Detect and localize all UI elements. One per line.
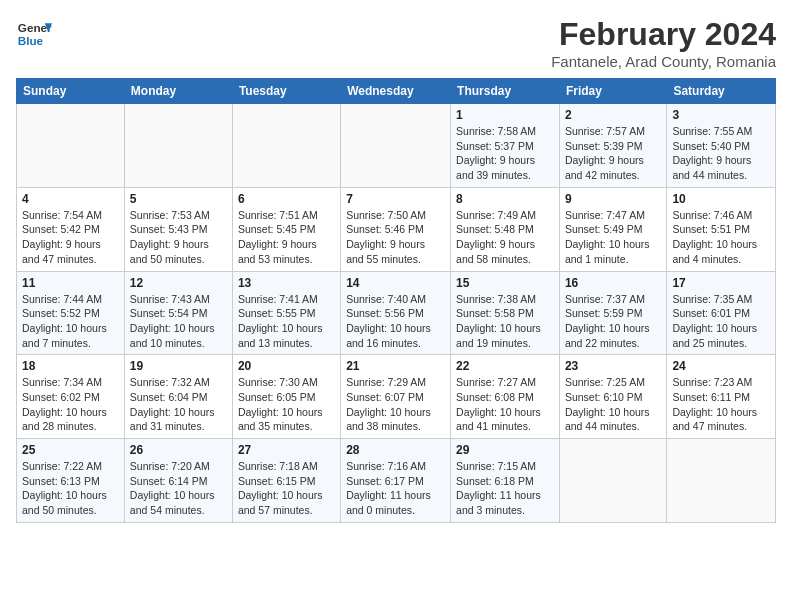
day-info: Sunrise: 7:58 AM Sunset: 5:37 PM Dayligh… [456, 124, 554, 183]
day-number: 6 [238, 192, 335, 206]
calendar-cell: 17Sunrise: 7:35 AM Sunset: 6:01 PM Dayli… [667, 271, 776, 355]
day-number: 3 [672, 108, 770, 122]
day-number: 10 [672, 192, 770, 206]
calendar-cell: 18Sunrise: 7:34 AM Sunset: 6:02 PM Dayli… [17, 355, 125, 439]
day-info: Sunrise: 7:46 AM Sunset: 5:51 PM Dayligh… [672, 208, 770, 267]
calendar-cell: 23Sunrise: 7:25 AM Sunset: 6:10 PM Dayli… [559, 355, 666, 439]
logo: General Blue [16, 16, 52, 52]
day-info: Sunrise: 7:29 AM Sunset: 6:07 PM Dayligh… [346, 375, 445, 434]
calendar-cell: 1Sunrise: 7:58 AM Sunset: 5:37 PM Daylig… [451, 104, 560, 188]
day-number: 20 [238, 359, 335, 373]
day-info: Sunrise: 7:51 AM Sunset: 5:45 PM Dayligh… [238, 208, 335, 267]
day-info: Sunrise: 7:37 AM Sunset: 5:59 PM Dayligh… [565, 292, 661, 351]
day-info: Sunrise: 7:30 AM Sunset: 6:05 PM Dayligh… [238, 375, 335, 434]
day-number: 9 [565, 192, 661, 206]
day-number: 14 [346, 276, 445, 290]
day-info: Sunrise: 7:34 AM Sunset: 6:02 PM Dayligh… [22, 375, 119, 434]
header: General Blue February 2024 Fantanele, Ar… [16, 16, 776, 70]
day-number: 8 [456, 192, 554, 206]
calendar-cell: 8Sunrise: 7:49 AM Sunset: 5:48 PM Daylig… [451, 187, 560, 271]
day-number: 15 [456, 276, 554, 290]
calendar-cell: 29Sunrise: 7:15 AM Sunset: 6:18 PM Dayli… [451, 439, 560, 523]
day-number: 1 [456, 108, 554, 122]
calendar-table: SundayMondayTuesdayWednesdayThursdayFrid… [16, 78, 776, 523]
day-info: Sunrise: 7:57 AM Sunset: 5:39 PM Dayligh… [565, 124, 661, 183]
calendar-cell: 20Sunrise: 7:30 AM Sunset: 6:05 PM Dayli… [232, 355, 340, 439]
calendar-cell: 2Sunrise: 7:57 AM Sunset: 5:39 PM Daylig… [559, 104, 666, 188]
day-number: 7 [346, 192, 445, 206]
calendar-cell: 24Sunrise: 7:23 AM Sunset: 6:11 PM Dayli… [667, 355, 776, 439]
calendar-cell [559, 439, 666, 523]
day-info: Sunrise: 7:23 AM Sunset: 6:11 PM Dayligh… [672, 375, 770, 434]
calendar-cell: 15Sunrise: 7:38 AM Sunset: 5:58 PM Dayli… [451, 271, 560, 355]
day-number: 27 [238, 443, 335, 457]
calendar-cell: 26Sunrise: 7:20 AM Sunset: 6:14 PM Dayli… [124, 439, 232, 523]
day-info: Sunrise: 7:49 AM Sunset: 5:48 PM Dayligh… [456, 208, 554, 267]
day-info: Sunrise: 7:38 AM Sunset: 5:58 PM Dayligh… [456, 292, 554, 351]
calendar-cell: 25Sunrise: 7:22 AM Sunset: 6:13 PM Dayli… [17, 439, 125, 523]
day-info: Sunrise: 7:35 AM Sunset: 6:01 PM Dayligh… [672, 292, 770, 351]
weekday-header: Thursday [451, 79, 560, 104]
day-number: 2 [565, 108, 661, 122]
title-area: February 2024 Fantanele, Arad County, Ro… [551, 16, 776, 70]
weekday-header: Monday [124, 79, 232, 104]
day-info: Sunrise: 7:16 AM Sunset: 6:17 PM Dayligh… [346, 459, 445, 518]
day-info: Sunrise: 7:22 AM Sunset: 6:13 PM Dayligh… [22, 459, 119, 518]
calendar-cell: 28Sunrise: 7:16 AM Sunset: 6:17 PM Dayli… [341, 439, 451, 523]
calendar-cell: 22Sunrise: 7:27 AM Sunset: 6:08 PM Dayli… [451, 355, 560, 439]
day-number: 23 [565, 359, 661, 373]
day-info: Sunrise: 7:43 AM Sunset: 5:54 PM Dayligh… [130, 292, 227, 351]
calendar-cell: 3Sunrise: 7:55 AM Sunset: 5:40 PM Daylig… [667, 104, 776, 188]
logo-icon: General Blue [16, 16, 52, 52]
calendar-cell: 4Sunrise: 7:54 AM Sunset: 5:42 PM Daylig… [17, 187, 125, 271]
calendar-cell: 5Sunrise: 7:53 AM Sunset: 5:43 PM Daylig… [124, 187, 232, 271]
calendar-cell: 16Sunrise: 7:37 AM Sunset: 5:59 PM Dayli… [559, 271, 666, 355]
day-info: Sunrise: 7:15 AM Sunset: 6:18 PM Dayligh… [456, 459, 554, 518]
day-number: 12 [130, 276, 227, 290]
calendar-week-row: 11Sunrise: 7:44 AM Sunset: 5:52 PM Dayli… [17, 271, 776, 355]
page-title: February 2024 [551, 16, 776, 53]
calendar-cell [667, 439, 776, 523]
calendar-cell: 11Sunrise: 7:44 AM Sunset: 5:52 PM Dayli… [17, 271, 125, 355]
weekday-header: Friday [559, 79, 666, 104]
calendar-week-row: 18Sunrise: 7:34 AM Sunset: 6:02 PM Dayli… [17, 355, 776, 439]
calendar-cell: 12Sunrise: 7:43 AM Sunset: 5:54 PM Dayli… [124, 271, 232, 355]
day-info: Sunrise: 7:44 AM Sunset: 5:52 PM Dayligh… [22, 292, 119, 351]
day-info: Sunrise: 7:47 AM Sunset: 5:49 PM Dayligh… [565, 208, 661, 267]
day-number: 16 [565, 276, 661, 290]
weekday-header: Saturday [667, 79, 776, 104]
weekday-row: SundayMondayTuesdayWednesdayThursdayFrid… [17, 79, 776, 104]
day-info: Sunrise: 7:18 AM Sunset: 6:15 PM Dayligh… [238, 459, 335, 518]
calendar-week-row: 25Sunrise: 7:22 AM Sunset: 6:13 PM Dayli… [17, 439, 776, 523]
day-info: Sunrise: 7:41 AM Sunset: 5:55 PM Dayligh… [238, 292, 335, 351]
day-number: 22 [456, 359, 554, 373]
day-info: Sunrise: 7:53 AM Sunset: 5:43 PM Dayligh… [130, 208, 227, 267]
page-subtitle: Fantanele, Arad County, Romania [551, 53, 776, 70]
calendar-cell [341, 104, 451, 188]
day-number: 4 [22, 192, 119, 206]
calendar-cell [124, 104, 232, 188]
day-number: 19 [130, 359, 227, 373]
calendar-body: 1Sunrise: 7:58 AM Sunset: 5:37 PM Daylig… [17, 104, 776, 523]
day-info: Sunrise: 7:54 AM Sunset: 5:42 PM Dayligh… [22, 208, 119, 267]
day-number: 11 [22, 276, 119, 290]
calendar-cell [17, 104, 125, 188]
day-number: 25 [22, 443, 119, 457]
day-number: 24 [672, 359, 770, 373]
day-info: Sunrise: 7:25 AM Sunset: 6:10 PM Dayligh… [565, 375, 661, 434]
calendar-cell: 13Sunrise: 7:41 AM Sunset: 5:55 PM Dayli… [232, 271, 340, 355]
calendar-cell: 27Sunrise: 7:18 AM Sunset: 6:15 PM Dayli… [232, 439, 340, 523]
calendar-cell: 9Sunrise: 7:47 AM Sunset: 5:49 PM Daylig… [559, 187, 666, 271]
calendar-cell: 19Sunrise: 7:32 AM Sunset: 6:04 PM Dayli… [124, 355, 232, 439]
calendar-cell: 21Sunrise: 7:29 AM Sunset: 6:07 PM Dayli… [341, 355, 451, 439]
weekday-header: Tuesday [232, 79, 340, 104]
day-number: 13 [238, 276, 335, 290]
svg-text:Blue: Blue [18, 34, 44, 47]
day-info: Sunrise: 7:32 AM Sunset: 6:04 PM Dayligh… [130, 375, 227, 434]
weekday-header: Sunday [17, 79, 125, 104]
day-number: 29 [456, 443, 554, 457]
day-number: 26 [130, 443, 227, 457]
day-number: 17 [672, 276, 770, 290]
calendar-cell: 6Sunrise: 7:51 AM Sunset: 5:45 PM Daylig… [232, 187, 340, 271]
calendar-cell: 10Sunrise: 7:46 AM Sunset: 5:51 PM Dayli… [667, 187, 776, 271]
